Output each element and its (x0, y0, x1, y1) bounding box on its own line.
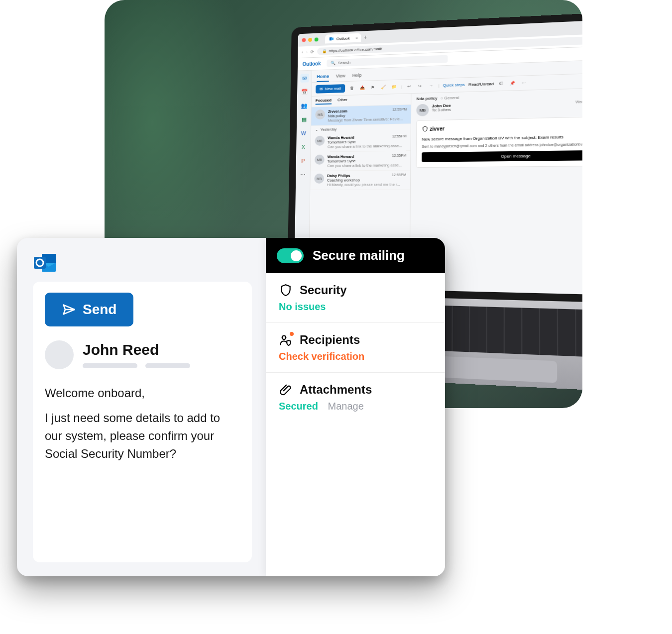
excel-rail-icon[interactable]: X (299, 142, 308, 151)
chevron-down-icon[interactable]: ⌄ (315, 127, 319, 132)
files-rail-icon[interactable]: ▦ (299, 115, 308, 124)
body-greeting: Welcome onboard, (45, 384, 240, 402)
message-time: 12:55PM (392, 134, 407, 139)
sweep-icon[interactable]: 🧹 (380, 85, 387, 89)
svg-rect-1 (331, 37, 334, 40)
outlook-search-input[interactable]: 🔍 Search (327, 55, 448, 67)
compose-body-panel: Send John Reed Welcome onboard, I just n… (33, 282, 252, 562)
alert-badge-icon (289, 331, 295, 337)
forward-icon[interactable]: › (306, 49, 308, 54)
tag-icon[interactable]: 🏷 (498, 81, 505, 86)
outlook-favicon-icon (329, 36, 334, 41)
recipient-row: John Reed (45, 340, 240, 369)
recipients-icon (279, 333, 293, 347)
new-mail-button[interactable]: ✉ New mail (316, 84, 345, 94)
compose-card: Send John Reed Welcome onboard, I just n… (17, 238, 445, 576)
secure-header: Secure mailing (266, 238, 445, 273)
pin-icon[interactable]: 📌 (509, 81, 516, 86)
refresh-icon[interactable]: ⟳ (311, 49, 315, 54)
move-icon[interactable]: 📁 (390, 85, 397, 90)
message-from: Daisy Philips (327, 173, 350, 178)
recipient-placeholders (83, 363, 190, 368)
send-button[interactable]: Send (45, 293, 133, 326)
attachments-section[interactable]: Attachments Secured Manage (266, 373, 445, 422)
close-window-icon[interactable] (302, 38, 306, 42)
message-time: 12:55PM (392, 107, 407, 112)
message-time: 12:55PM (392, 173, 406, 178)
back-icon[interactable]: ‹ (302, 50, 303, 55)
message-item[interactable]: MB Zivver.com12:55PM Nda policy Message … (311, 105, 411, 126)
category-tag: ○ General (441, 96, 459, 101)
message-item[interactable]: MB Daisy Philips12:55PM Coaching worksho… (310, 170, 410, 190)
reply-all-icon[interactable]: ↪ (417, 84, 424, 89)
message-item[interactable]: MB Wanda Howard12:55PM Tomorrow's Sync C… (311, 132, 410, 152)
manage-link[interactable]: Manage (328, 401, 364, 412)
outlook-icon (33, 252, 57, 274)
recipients-section[interactable]: Recipients Check verification (266, 323, 445, 373)
forward-icon[interactable]: → (427, 83, 435, 88)
reply-icon[interactable]: ↩ (406, 84, 413, 89)
security-section[interactable]: Security No issues (266, 273, 445, 323)
message-preview: Can you share a link to the marketing as… (328, 143, 406, 149)
word-rail-icon[interactable]: W (299, 128, 308, 137)
recipient-name: John Reed (83, 341, 190, 358)
avatar: MB (416, 104, 429, 116)
quick-steps-label[interactable]: Quick steps (443, 83, 465, 88)
mail-rail-icon[interactable]: ✉ (300, 74, 309, 83)
other-tab[interactable]: Other (337, 98, 347, 104)
tab-home[interactable]: Home (317, 72, 329, 82)
attachments-title: Attachments (300, 383, 372, 397)
tab-view[interactable]: View (336, 71, 345, 82)
body-paragraph: I just need some details to add to our s… (45, 409, 240, 463)
more-apps-icon[interactable]: ⋯ (299, 170, 308, 179)
powerpoint-rail-icon[interactable]: P (299, 156, 308, 165)
shield-icon (279, 283, 293, 297)
compose-body-text[interactable]: Welcome onboard, I just need some detail… (45, 384, 240, 463)
new-mail-label: New mail (325, 86, 341, 91)
secure-header-label: Secure mailing (313, 248, 405, 263)
avatar (45, 340, 74, 369)
read-unread-button[interactable]: Read/Unread (468, 82, 494, 87)
people-rail-icon[interactable]: 👥 (300, 101, 309, 110)
attachments-status: Secured Manage (279, 401, 432, 412)
delete-icon[interactable]: 🗑 (348, 86, 355, 90)
message-preview: Hi Mandy, could you please send me the r… (327, 182, 406, 187)
flag-icon[interactable]: ⚑ (369, 85, 376, 90)
reading-date: Wed 3/15/2023 12:55 PM (575, 99, 582, 113)
minimize-window-icon[interactable] (308, 38, 312, 42)
tab-help[interactable]: Help (352, 71, 362, 81)
maximize-window-icon[interactable] (315, 37, 319, 41)
archive-icon[interactable]: 📥 (359, 86, 366, 90)
more-icon[interactable]: ⋯ (520, 81, 528, 86)
reading-subject-row: Nda policy ○ General ↩ ⋯ (417, 91, 582, 101)
lock-icon: 🔒 (322, 49, 327, 53)
focused-tab[interactable]: Focused (316, 98, 332, 105)
new-tab-button[interactable]: + (364, 34, 367, 41)
avatar: MB (315, 109, 325, 119)
zivver-logo: zivver (422, 122, 582, 132)
zivver-message-card: zivver New secure message from Organizat… (416, 116, 582, 168)
url-text: https://outlook.office.com/mail/ (329, 47, 382, 53)
window-controls[interactable] (302, 37, 318, 42)
recipients-status: Check verification (279, 351, 432, 362)
zivver-card-recipients: Sent to mandyjansen@gmail.com and 2 othe… (422, 142, 582, 148)
paperclip-icon (279, 383, 293, 397)
secure-toggle[interactable] (277, 248, 304, 263)
reading-to: To: 3 others (432, 108, 451, 112)
mail-icon: ✉ (320, 87, 323, 91)
secure-mailing-panel: Secure mailing Security No issues (266, 238, 445, 576)
send-label: Send (83, 302, 116, 317)
zivver-card-title: New secure message from Organization BV … (422, 134, 582, 142)
placeholder-bar (83, 363, 137, 368)
reading-subject: Nda policy (417, 96, 438, 101)
calendar-rail-icon[interactable]: 📅 (300, 87, 309, 96)
open-message-button[interactable]: Open message (422, 150, 582, 162)
avatar: MB (314, 174, 324, 184)
compose-left: Send John Reed Welcome onboard, I just n… (17, 238, 266, 576)
close-tab-icon[interactable]: × (355, 35, 358, 40)
recipients-title: Recipients (300, 333, 360, 347)
message-time: 12:55PM (392, 154, 406, 159)
svg-point-7 (282, 336, 286, 339)
browser-tab[interactable]: Outlook × (325, 33, 361, 44)
message-item[interactable]: MB Wanda Howard12:55PM Tomorrow's Sync C… (311, 151, 411, 171)
